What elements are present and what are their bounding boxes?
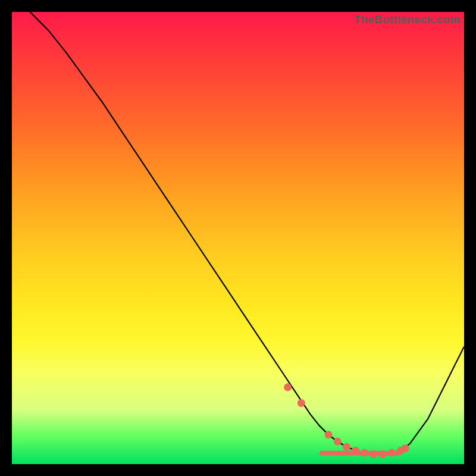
- marker-dots: [284, 383, 409, 458]
- svg-point-7: [361, 449, 368, 457]
- svg-point-1: [284, 383, 292, 391]
- svg-point-5: [343, 443, 350, 451]
- svg-point-8: [370, 450, 378, 458]
- svg-point-10: [388, 449, 396, 457]
- svg-point-12: [402, 444, 409, 452]
- svg-point-4: [334, 438, 342, 446]
- svg-point-2: [298, 399, 305, 407]
- curve-line: [30, 12, 464, 454]
- svg-point-9: [379, 450, 387, 458]
- svg-point-6: [352, 447, 359, 455]
- chart-svg: [12, 12, 464, 464]
- plot-area: TheBottleneck.com: [12, 12, 464, 464]
- svg-point-3: [325, 431, 333, 439]
- chart-frame: TheBottleneck.com: [0, 0, 476, 476]
